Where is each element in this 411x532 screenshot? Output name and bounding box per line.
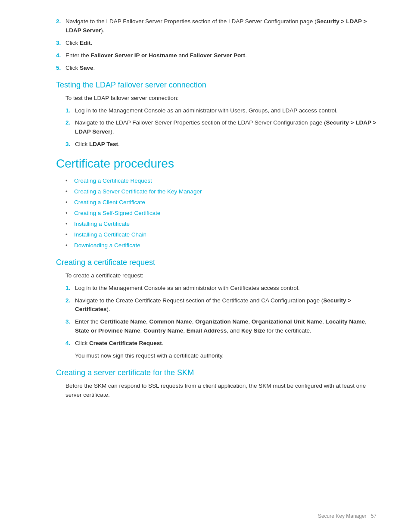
testing-step-1-num: 1.	[65, 106, 75, 115]
cert-link-1: • Creating a Certificate Request	[65, 177, 377, 186]
creating-cert-request-intro: To create a certificate request:	[65, 271, 377, 280]
testing-step-3: 3. Click LDAP Test.	[65, 140, 377, 149]
testing-step-2-content: Navigate to the LDAP Failover Server Pro…	[75, 118, 377, 137]
bullet-1: •	[65, 177, 72, 186]
cert-req-step-3: 3. Enter the Certificate Name, Common Na…	[65, 317, 377, 336]
step-5-num: 5.	[56, 64, 65, 73]
installing-cert-chain-link[interactable]: Installing a Certificate Chain	[74, 230, 146, 240]
step-2-num: 2.	[56, 17, 65, 35]
testing-step-2: 2. Navigate to the LDAP Failover Server …	[65, 118, 377, 137]
creating-self-signed-cert-link[interactable]: Creating a Self-Signed Certificate	[74, 209, 160, 218]
cert-req-step-3-num: 3.	[65, 317, 75, 336]
initial-steps-list: 2. Navigate to the LDAP Failover Server …	[56, 17, 377, 73]
footer-text: Secure Key Manager	[318, 513, 367, 519]
cert-req-step-3-content: Enter the Certificate Name, Common Name,…	[75, 317, 377, 336]
cert-req-step-1-num: 1.	[65, 284, 75, 293]
creating-cert-request-link[interactable]: Creating a Certificate Request	[74, 177, 152, 186]
footer: Secure Key Manager 57	[318, 513, 377, 519]
cert-link-7: • Downloading a Certificate	[65, 241, 377, 250]
bullet-6: •	[65, 230, 72, 240]
server-cert-section: Creating a server certificate for the SK…	[56, 368, 377, 400]
bullet-4: •	[65, 209, 72, 218]
testing-step-3-num: 3.	[65, 140, 75, 149]
server-cert-heading: Creating a server certificate for the SK…	[56, 368, 377, 377]
installing-cert-link[interactable]: Installing a Certificate	[74, 220, 130, 229]
step-2: 2. Navigate to the LDAP Failover Server …	[56, 17, 377, 35]
server-cert-content: Before the SKM can respond to SSL reques…	[65, 382, 377, 400]
step-4: 4. Enter the Failover Server IP or Hostn…	[56, 51, 377, 60]
initial-steps-section: 2. Navigate to the LDAP Failover Server …	[56, 17, 377, 73]
step-4-content: Enter the Failover Server IP or Hostname…	[65, 51, 377, 60]
cert-req-step-1: 1. Log in to the Management Console as a…	[65, 284, 377, 293]
creating-cert-request-section: Creating a certificate request To create…	[56, 258, 377, 361]
cert-req-note: You must now sign this request with a ce…	[75, 352, 377, 361]
step-4-num: 4.	[56, 51, 65, 60]
step-2-content: Navigate to the LDAP Failover Server Pro…	[65, 17, 377, 35]
bullet-3: •	[65, 198, 72, 207]
cert-procedures-list: • Creating a Certificate Request • Creat…	[65, 177, 377, 250]
cert-req-step-4-num: 4.	[65, 339, 75, 348]
cert-link-2: • Creating a Server Certificate for the …	[65, 187, 377, 196]
bullet-5: •	[65, 220, 72, 229]
bullet-7: •	[65, 241, 72, 250]
cert-link-5: • Installing a Certificate	[65, 220, 377, 229]
creating-cert-request-heading: Creating a certificate request	[56, 258, 377, 267]
cert-procedures-heading: Certificate procedures	[56, 157, 377, 171]
step-3-num: 3.	[56, 39, 65, 48]
footer-page: 57	[371, 513, 377, 519]
step-5-content: Click Save.	[65, 64, 377, 73]
testing-ldap-steps: 1. Log in to the Management Console as a…	[65, 106, 377, 149]
step-5: 5. Click Save.	[56, 64, 377, 73]
bullet-2: •	[65, 187, 72, 196]
testing-ldap-heading: Testing the LDAP failover server connect…	[56, 81, 377, 90]
cert-req-step-2-content: Navigate to the Create Certificate Reque…	[75, 296, 377, 314]
testing-ldap-intro: To test the LDAP failover server connect…	[65, 94, 377, 103]
testing-step-1-content: Log in to the Management Console as an a…	[75, 106, 377, 115]
cert-req-step-1-content: Log in to the Management Console as an a…	[75, 284, 377, 293]
cert-req-step-4-content: Click Create Certificate Request.	[75, 339, 377, 348]
testing-ldap-section: Testing the LDAP failover server connect…	[56, 81, 377, 149]
page: 2. Navigate to the LDAP Failover Server …	[0, 0, 411, 532]
testing-step-2-num: 2.	[65, 118, 75, 137]
cert-req-step-4: 4. Click Create Certificate Request.	[65, 339, 377, 348]
cert-link-4: • Creating a Self-Signed Certificate	[65, 209, 377, 218]
testing-step-1: 1. Log in to the Management Console as a…	[65, 106, 377, 115]
cert-procedures-section: Certificate procedures • Creating a Cert…	[56, 157, 377, 250]
step-3-content: Click Edit.	[65, 39, 377, 48]
creating-server-cert-link[interactable]: Creating a Server Certificate for the Ke…	[74, 187, 202, 196]
cert-link-6: • Installing a Certificate Chain	[65, 230, 377, 240]
downloading-cert-link[interactable]: Downloading a Certificate	[74, 241, 140, 250]
cert-req-step-2-num: 2.	[65, 296, 75, 314]
creating-cert-request-steps: 1. Log in to the Management Console as a…	[65, 284, 377, 348]
testing-step-3-content: Click LDAP Test.	[75, 140, 377, 149]
step-3: 3. Click Edit.	[56, 39, 377, 48]
cert-link-3: • Creating a Client Certificate	[65, 198, 377, 207]
cert-req-step-2: 2. Navigate to the Create Certificate Re…	[65, 296, 377, 314]
creating-client-cert-link[interactable]: Creating a Client Certificate	[74, 198, 145, 207]
